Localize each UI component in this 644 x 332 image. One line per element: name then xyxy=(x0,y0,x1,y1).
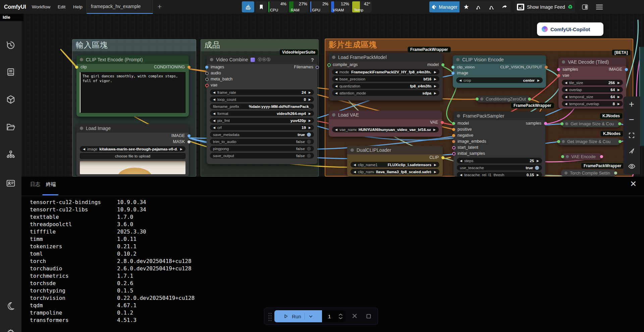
input-slot-meta-batch[interactable] xyxy=(205,78,209,81)
node-vae-encode[interactable]: VAE Encode xyxy=(562,153,601,160)
toggle-knob[interactable] xyxy=(535,166,539,170)
zoom-in-icon[interactable]: + xyxy=(625,97,638,111)
fit-view-icon[interactable] xyxy=(625,129,638,142)
input-slot[interactable] xyxy=(557,140,560,143)
node-header[interactable]: DualCLIPLoader xyxy=(347,146,443,154)
collapse-dot-icon[interactable] xyxy=(565,172,568,175)
new-workflow-button[interactable]: + xyxy=(155,2,164,11)
output-slot-samples[interactable] xyxy=(544,122,547,125)
widget-attention-mode[interactable]: attention_modesdpa xyxy=(332,90,439,96)
output-slot-model[interactable] xyxy=(441,63,444,66)
show-image-feed-button[interactable]: Show Image Feed ♻ xyxy=(515,1,575,12)
widget-vae-name[interactable]: vae_nameHUNYUAN\hunyuan_video_vae_bf16.s… xyxy=(332,127,439,132)
app-logo[interactable]: ComfyUI xyxy=(4,0,26,14)
widget-loop-count[interactable]: loop_count0 xyxy=(210,96,314,102)
output-slot[interactable] xyxy=(528,97,531,101)
widget-format[interactable]: formatvideo/h264-mp4 xyxy=(210,111,314,116)
main-menu-button[interactable] xyxy=(594,1,605,12)
stop-icon[interactable] xyxy=(365,313,372,320)
widget-save-output[interactable]: save_outputfalse xyxy=(210,153,314,158)
widget-model[interactable]: modelFramepack\FramePackI2V_HY_fp8_e4m3f… xyxy=(332,69,439,75)
output-slot-clip[interactable] xyxy=(441,156,444,159)
node-header[interactable]: Load FramePackModel xyxy=(329,53,443,62)
output-slot[interactable] xyxy=(614,172,617,175)
widget-use-teacache[interactable]: use_teacachetrue xyxy=(457,165,542,171)
node-header[interactable]: Load VAE xyxy=(329,111,442,119)
theme-moon-icon[interactable] xyxy=(5,301,16,311)
widget-tile-size[interactable]: tile_size256 xyxy=(562,80,623,85)
node-get-image-size-2[interactable]: Get Image Size & Cou xyxy=(558,138,620,145)
copilot-button[interactable]: ComfyUI-Copilot xyxy=(537,22,603,36)
node-tree-icon[interactable] xyxy=(5,149,16,160)
run-button[interactable]: Run xyxy=(274,310,322,322)
output-slot-vae[interactable] xyxy=(441,121,444,124)
collapse-dot-icon[interactable] xyxy=(565,122,568,125)
widget-pingpong[interactable]: pingpongfalse xyxy=(210,146,314,151)
input-slot-clip[interactable] xyxy=(75,66,78,69)
output-slot-image[interactable] xyxy=(625,68,628,71)
input-slot-model[interactable] xyxy=(452,122,455,125)
collapse-dot-icon[interactable] xyxy=(457,114,460,118)
widget-filename-prefix[interactable]: filename_prefix%date:yyyy-MM-dd%/FramePa… xyxy=(210,104,314,109)
bookmark-button[interactable] xyxy=(255,1,267,12)
stepper-down-icon[interactable] xyxy=(338,317,343,319)
stepper-up-icon[interactable] xyxy=(338,314,343,316)
node-header[interactable]: Load Image xyxy=(76,124,189,133)
node-conditioning-zero-out[interactable]: ConditioningZeroOut xyxy=(477,95,529,103)
prompt-textarea[interactable]: The girl dances smoothly, with complex s… xyxy=(80,72,185,113)
output-slot-conditioning[interactable] xyxy=(187,66,191,69)
choose-file-button[interactable]: choose file to upload xyxy=(80,153,185,159)
collapse-dot-icon[interactable] xyxy=(210,58,213,61)
collapse-dot-icon[interactable] xyxy=(80,127,83,130)
collapse-dot-icon[interactable] xyxy=(456,58,460,61)
next-arrow-icon[interactable] xyxy=(180,147,182,151)
widget-crop[interactable]: cropcenter xyxy=(456,77,543,83)
node-header[interactable]: FramePackSampler xyxy=(453,112,545,120)
widget-steps[interactable]: steps25 xyxy=(457,158,542,163)
node-load-framepack-model[interactable]: Load FramePackModel compile_args model m… xyxy=(329,53,443,101)
node-clip-text-encode[interactable]: CLIP Text Encode (Prompt) clip CONDITION… xyxy=(76,55,189,117)
menu-help[interactable]: Help xyxy=(73,0,83,14)
output-slot[interactable] xyxy=(619,140,622,143)
input-slot-negative[interactable] xyxy=(452,134,455,137)
prev-arrow-icon[interactable] xyxy=(83,147,85,151)
menu-edit[interactable]: Edit xyxy=(58,0,65,14)
collapse-dot-icon[interactable] xyxy=(332,56,335,59)
widget-base-precision[interactable]: base_precisionbf16 xyxy=(332,76,439,82)
output-slot-filenames[interactable] xyxy=(316,66,319,69)
input-slot-compile-args[interactable] xyxy=(327,63,331,67)
input-slot-audio[interactable] xyxy=(205,72,209,75)
input-slot-vae[interactable] xyxy=(557,74,560,77)
widget-trim-to-audio[interactable]: trim_to_audiofalse xyxy=(210,139,314,144)
select-arrow-icon[interactable] xyxy=(625,144,638,157)
model-box-icon[interactable] xyxy=(5,94,16,105)
toggle-knob[interactable] xyxy=(307,154,311,158)
input-slot-initial-samples[interactable] xyxy=(452,152,455,155)
widget-quantization[interactable]: quantizationfp8_e4m3fn xyxy=(332,83,439,89)
settings-gear-icon[interactable]: ⚙ xyxy=(5,327,16,332)
output-slot-mask[interactable] xyxy=(187,140,191,143)
widget-crf[interactable]: crf19 xyxy=(210,125,314,130)
widget-save-metadata[interactable]: save_metadatatrue xyxy=(210,132,314,137)
tab-terminal[interactable]: 終端 xyxy=(46,181,56,188)
collapse-dot-icon[interactable] xyxy=(332,113,335,117)
input-slot-images[interactable] xyxy=(205,66,208,69)
tab-logs[interactable]: 日志 xyxy=(30,181,40,188)
log-book-icon[interactable] xyxy=(5,67,16,77)
widget-temporal-overlap[interactable]: temporal_overlap8 xyxy=(562,101,623,107)
node-dual-clip-loader[interactable]: DualCLIPLoader CLIP clip_name1FLUX\clip_… xyxy=(347,146,443,177)
comfy-logo-button[interactable] xyxy=(242,1,254,12)
input-slot[interactable] xyxy=(560,122,564,125)
clear-queue-icon[interactable]: ✕ xyxy=(352,312,358,321)
input-slot[interactable] xyxy=(561,155,564,158)
node-header[interactable]: VAE Decode (Tiled) xyxy=(558,58,626,66)
widget-overlap[interactable]: overlap64 xyxy=(562,87,623,92)
output-slot-clip-vision-output[interactable] xyxy=(545,66,548,69)
toggle-knob[interactable] xyxy=(307,140,311,144)
eye-icon[interactable] xyxy=(625,160,638,173)
widget-clip-name1[interactable]: clip_name1FLUX\clip_l.safetensors xyxy=(351,162,439,168)
input-slot-clip-vision[interactable] xyxy=(451,66,454,69)
node-get-image-size-1[interactable]: Get Image Size & Cou xyxy=(562,120,620,127)
history-icon[interactable] xyxy=(5,40,16,51)
input-slot-image-embeds[interactable] xyxy=(452,140,455,143)
